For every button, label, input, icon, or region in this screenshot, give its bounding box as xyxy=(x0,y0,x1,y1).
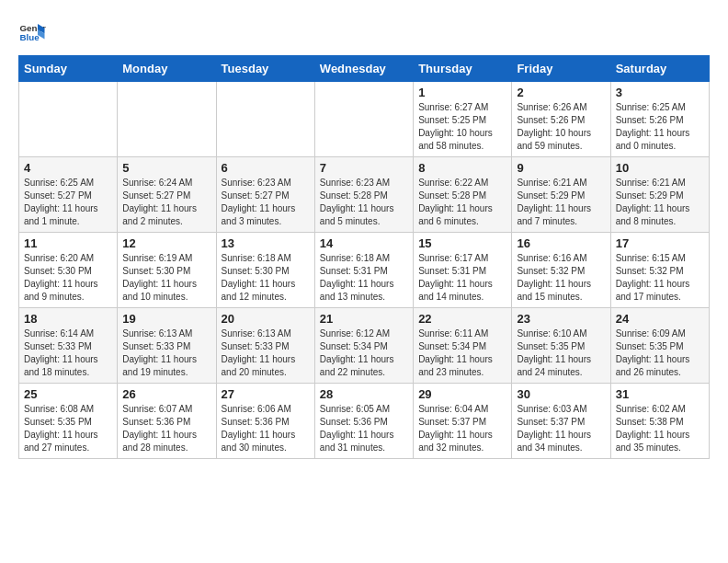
day-number: 2 xyxy=(517,86,605,99)
calendar-cell: 18Sunrise: 6:14 AMSunset: 5:33 PMDayligh… xyxy=(19,308,118,384)
day-number: 9 xyxy=(517,161,605,175)
calendar-header: SundayMondayTuesdayWednesdayThursdayFrid… xyxy=(19,56,710,82)
day-info: Sunrise: 6:22 AMSunset: 5:28 PMDaylight:… xyxy=(418,177,506,228)
calendar-cell: 24Sunrise: 6:09 AMSunset: 5:35 PMDayligh… xyxy=(610,308,709,384)
day-info: Sunrise: 6:25 AMSunset: 5:27 PMDaylight:… xyxy=(24,177,112,228)
day-number: 1 xyxy=(418,86,506,99)
day-number: 23 xyxy=(517,312,605,326)
day-info: Sunrise: 6:14 AMSunset: 5:33 PMDaylight:… xyxy=(24,327,112,379)
day-number: 14 xyxy=(320,236,408,250)
day-header-monday: Monday xyxy=(118,56,216,82)
calendar-cell: 20Sunrise: 6:13 AMSunset: 5:33 PMDayligh… xyxy=(216,308,314,384)
day-info: Sunrise: 6:17 AMSunset: 5:31 PMDaylight:… xyxy=(418,252,506,304)
day-number: 7 xyxy=(320,161,408,175)
day-number: 12 xyxy=(122,236,210,250)
calendar-cell: 9Sunrise: 6:21 AMSunset: 5:29 PMDaylight… xyxy=(512,157,610,233)
day-info: Sunrise: 6:11 AMSunset: 5:34 PMDaylight:… xyxy=(418,327,506,379)
day-number: 8 xyxy=(418,161,506,175)
day-number: 28 xyxy=(320,387,408,401)
calendar-cell: 5Sunrise: 6:24 AMSunset: 5:27 PMDaylight… xyxy=(118,157,216,233)
calendar-cell: 12Sunrise: 6:19 AMSunset: 5:30 PMDayligh… xyxy=(118,233,216,308)
day-header-saturday: Saturday xyxy=(610,56,709,82)
calendar-cell: 14Sunrise: 6:18 AMSunset: 5:31 PMDayligh… xyxy=(314,233,413,308)
calendar-cell: 16Sunrise: 6:16 AMSunset: 5:32 PMDayligh… xyxy=(512,233,610,308)
day-number: 18 xyxy=(24,312,112,326)
calendar-cell: 25Sunrise: 6:08 AMSunset: 5:35 PMDayligh… xyxy=(19,384,118,459)
day-info: Sunrise: 6:03 AMSunset: 5:37 PMDaylight:… xyxy=(517,403,605,454)
day-header-thursday: Thursday xyxy=(414,56,512,82)
day-number: 19 xyxy=(122,312,210,326)
calendar-cell: 27Sunrise: 6:06 AMSunset: 5:36 PMDayligh… xyxy=(216,384,314,459)
week-row-4: 18Sunrise: 6:14 AMSunset: 5:33 PMDayligh… xyxy=(19,308,710,384)
calendar-cell: 7Sunrise: 6:23 AMSunset: 5:28 PMDaylight… xyxy=(314,157,413,233)
day-number: 11 xyxy=(24,236,112,250)
day-number: 24 xyxy=(616,312,704,326)
calendar-cell xyxy=(118,82,216,157)
day-number: 5 xyxy=(122,161,210,175)
calendar-cell: 26Sunrise: 6:07 AMSunset: 5:36 PMDayligh… xyxy=(118,384,216,459)
day-number: 13 xyxy=(222,236,310,250)
day-info: Sunrise: 6:27 AMSunset: 5:25 PMDaylight:… xyxy=(418,101,506,153)
day-info: Sunrise: 6:06 AMSunset: 5:36 PMDaylight:… xyxy=(222,403,310,454)
calendar-cell: 4Sunrise: 6:25 AMSunset: 5:27 PMDaylight… xyxy=(19,157,118,233)
header: General Blue xyxy=(18,18,710,46)
day-info: Sunrise: 6:04 AMSunset: 5:37 PMDaylight:… xyxy=(418,403,506,454)
day-info: Sunrise: 6:02 AMSunset: 5:38 PMDaylight:… xyxy=(616,403,704,454)
day-number: 31 xyxy=(616,387,704,401)
calendar-cell: 2Sunrise: 6:26 AMSunset: 5:26 PMDaylight… xyxy=(512,82,610,157)
day-number: 10 xyxy=(616,161,704,175)
day-info: Sunrise: 6:23 AMSunset: 5:27 PMDaylight:… xyxy=(222,177,310,228)
calendar-cell: 11Sunrise: 6:20 AMSunset: 5:30 PMDayligh… xyxy=(19,233,118,308)
day-info: Sunrise: 6:09 AMSunset: 5:35 PMDaylight:… xyxy=(616,327,704,379)
day-header-tuesday: Tuesday xyxy=(216,56,314,82)
day-number: 25 xyxy=(24,387,112,401)
day-info: Sunrise: 6:21 AMSunset: 5:29 PMDaylight:… xyxy=(616,177,704,228)
calendar-cell: 21Sunrise: 6:12 AMSunset: 5:34 PMDayligh… xyxy=(314,308,413,384)
day-info: Sunrise: 6:05 AMSunset: 5:36 PMDaylight:… xyxy=(320,403,408,454)
day-info: Sunrise: 6:24 AMSunset: 5:27 PMDaylight:… xyxy=(122,177,210,228)
calendar-cell: 30Sunrise: 6:03 AMSunset: 5:37 PMDayligh… xyxy=(512,384,610,459)
day-number: 29 xyxy=(418,387,506,401)
day-info: Sunrise: 6:13 AMSunset: 5:33 PMDaylight:… xyxy=(222,327,310,379)
header-row: SundayMondayTuesdayWednesdayThursdayFrid… xyxy=(19,56,710,82)
week-row-2: 4Sunrise: 6:25 AMSunset: 5:27 PMDaylight… xyxy=(19,157,710,233)
day-number: 4 xyxy=(24,161,112,175)
calendar-cell xyxy=(19,82,118,157)
logo: General Blue xyxy=(18,18,50,46)
day-info: Sunrise: 6:16 AMSunset: 5:32 PMDaylight:… xyxy=(517,252,605,304)
logo-icon: General Blue xyxy=(18,18,46,46)
calendar-cell: 17Sunrise: 6:15 AMSunset: 5:32 PMDayligh… xyxy=(610,233,709,308)
calendar-cell: 13Sunrise: 6:18 AMSunset: 5:30 PMDayligh… xyxy=(216,233,314,308)
day-number: 22 xyxy=(418,312,506,326)
day-header-friday: Friday xyxy=(512,56,610,82)
day-header-sunday: Sunday xyxy=(19,56,118,82)
calendar-cell: 10Sunrise: 6:21 AMSunset: 5:29 PMDayligh… xyxy=(610,157,709,233)
day-info: Sunrise: 6:15 AMSunset: 5:32 PMDaylight:… xyxy=(616,252,704,304)
day-info: Sunrise: 6:20 AMSunset: 5:30 PMDaylight:… xyxy=(24,252,112,304)
day-info: Sunrise: 6:19 AMSunset: 5:30 PMDaylight:… xyxy=(122,252,210,304)
day-info: Sunrise: 6:18 AMSunset: 5:30 PMDaylight:… xyxy=(222,252,310,304)
calendar-cell: 8Sunrise: 6:22 AMSunset: 5:28 PMDaylight… xyxy=(414,157,512,233)
day-info: Sunrise: 6:18 AMSunset: 5:31 PMDaylight:… xyxy=(320,252,408,304)
day-number: 15 xyxy=(418,236,506,250)
calendar-cell: 29Sunrise: 6:04 AMSunset: 5:37 PMDayligh… xyxy=(414,384,512,459)
day-info: Sunrise: 6:13 AMSunset: 5:33 PMDaylight:… xyxy=(122,327,210,379)
svg-text:Blue: Blue xyxy=(20,32,40,42)
day-info: Sunrise: 6:10 AMSunset: 5:35 PMDaylight:… xyxy=(517,327,605,379)
day-info: Sunrise: 6:07 AMSunset: 5:36 PMDaylight:… xyxy=(122,403,210,454)
day-info: Sunrise: 6:12 AMSunset: 5:34 PMDaylight:… xyxy=(320,327,408,379)
day-number: 17 xyxy=(616,236,704,250)
day-number: 27 xyxy=(222,387,310,401)
day-number: 16 xyxy=(517,236,605,250)
day-number: 3 xyxy=(616,86,704,99)
calendar-cell: 15Sunrise: 6:17 AMSunset: 5:31 PMDayligh… xyxy=(414,233,512,308)
day-number: 26 xyxy=(122,387,210,401)
week-row-5: 25Sunrise: 6:08 AMSunset: 5:35 PMDayligh… xyxy=(19,384,710,459)
day-info: Sunrise: 6:08 AMSunset: 5:35 PMDaylight:… xyxy=(24,403,112,454)
day-number: 30 xyxy=(517,387,605,401)
day-number: 20 xyxy=(222,312,310,326)
day-info: Sunrise: 6:23 AMSunset: 5:28 PMDaylight:… xyxy=(320,177,408,228)
week-row-1: 1Sunrise: 6:27 AMSunset: 5:25 PMDaylight… xyxy=(19,82,710,157)
calendar-cell: 19Sunrise: 6:13 AMSunset: 5:33 PMDayligh… xyxy=(118,308,216,384)
calendar-cell: 31Sunrise: 6:02 AMSunset: 5:38 PMDayligh… xyxy=(610,384,709,459)
